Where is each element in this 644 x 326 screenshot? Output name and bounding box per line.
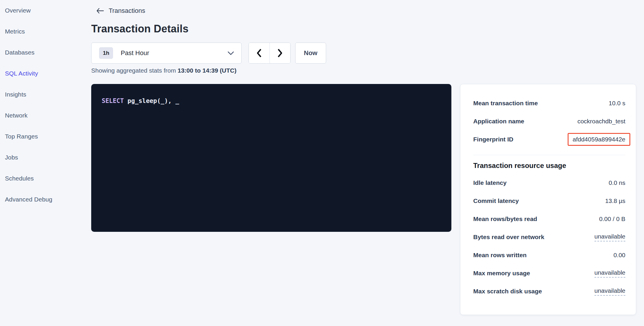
sql-keyword: SELECT xyxy=(102,97,124,104)
stats-line-prefix: Showing aggregated stats from xyxy=(91,67,176,74)
summary-row: Mean transaction time10.0 s xyxy=(473,94,625,112)
next-time-button[interactable] xyxy=(270,43,291,63)
row-label: Max memory usage xyxy=(473,270,530,277)
row-value: unavailable xyxy=(594,269,625,278)
row-label: Bytes read over network xyxy=(473,234,544,241)
time-range-selected-label: Past Hour xyxy=(121,49,149,57)
aggregated-stats-line: Showing aggregated stats from 13:00 to 1… xyxy=(91,67,236,74)
time-step-group xyxy=(249,43,291,64)
transaction-summary-card: Mean transaction time10.0 sApplication n… xyxy=(460,84,636,315)
summary-row: Max memory usageunavailable xyxy=(473,264,625,282)
row-value: 10.0 s xyxy=(609,100,625,107)
sql-code-text: pg_sleep(_), _ xyxy=(128,97,179,104)
stats-line-range: 13:00 to 14:39 (UTC) xyxy=(178,67,237,74)
sidebar-nav: OverviewMetricsDatabasesSQL ActivityInsi… xyxy=(0,0,83,326)
summary-row: Bytes read over networkunavailable xyxy=(473,228,625,246)
row-label: Mean rows/bytes read xyxy=(473,215,537,222)
row-label: Mean rows written xyxy=(473,252,527,259)
row-label: Max scratch disk usage xyxy=(473,288,542,295)
row-label: Mean transaction time xyxy=(473,100,538,107)
summary-row: Mean rows written0.00 xyxy=(473,246,625,264)
page-title: Transaction Details xyxy=(91,23,189,35)
time-controls: 1h Past Hour xyxy=(91,43,326,64)
back-arrow-icon[interactable] xyxy=(96,8,104,14)
chevron-right-icon xyxy=(277,48,283,58)
sql-statement-box: SELECT pg_sleep(_), _ xyxy=(91,84,451,232)
sidebar-item-overview[interactable]: Overview xyxy=(0,0,83,21)
sidebar-item-schedules[interactable]: Schedules xyxy=(0,168,83,189)
sidebar-item-metrics[interactable]: Metrics xyxy=(0,21,83,42)
previous-time-button[interactable] xyxy=(249,43,270,63)
summary-row: Idle latency0.0 ns xyxy=(473,174,625,192)
row-label: Application name xyxy=(473,118,524,125)
info-rows: Mean transaction time10.0 sApplication n… xyxy=(473,94,625,148)
sidebar-item-advanced-debug[interactable]: Advanced Debug xyxy=(0,189,83,210)
sidebar-item-sql-activity[interactable]: SQL Activity xyxy=(0,63,83,84)
summary-row: Commit latency13.8 µs xyxy=(473,192,625,210)
summary-row: Application namecockroachdb_test xyxy=(473,112,625,130)
row-label: Commit latency xyxy=(473,197,519,204)
sidebar-item-network[interactable]: Network xyxy=(0,105,83,126)
sidebar-item-top-ranges[interactable]: Top Ranges xyxy=(0,126,83,147)
summary-row: Max scratch disk usageunavailable xyxy=(473,282,625,300)
duration-badge: 1h xyxy=(99,47,113,59)
time-range-dropdown[interactable]: 1h Past Hour xyxy=(91,43,242,64)
transaction-details-page: OverviewMetricsDatabasesSQL ActivityInsi… xyxy=(0,0,644,326)
now-button[interactable]: Now xyxy=(295,43,326,64)
row-value: 0.00 / 0 B xyxy=(599,215,625,222)
chevron-left-icon xyxy=(256,48,262,58)
row-value: afdd4059a899442e xyxy=(573,136,625,143)
row-value: cockroachdb_test xyxy=(577,118,625,125)
breadcrumb[interactable]: Transactions xyxy=(96,7,145,15)
summary-row: Mean rows/bytes read0.00 / 0 B xyxy=(473,210,625,228)
card-divider xyxy=(473,155,625,155)
row-value: 0.0 ns xyxy=(609,179,625,186)
breadcrumb-label[interactable]: Transactions xyxy=(109,7,145,15)
row-value: 0.00 xyxy=(613,252,625,259)
row-value: 13.8 µs xyxy=(605,197,625,204)
row-value: unavailable xyxy=(594,287,625,296)
sidebar-item-jobs[interactable]: Jobs xyxy=(0,147,83,168)
resource-usage-section-title: Transaction resource usage xyxy=(473,162,625,170)
summary-row: Fingerprint IDafdd4059a899442e xyxy=(473,130,625,148)
row-value: unavailable xyxy=(594,233,625,241)
row-label: Idle latency xyxy=(473,179,506,186)
sidebar-item-databases[interactable]: Databases xyxy=(0,42,83,63)
resource-rows: Idle latency0.0 nsCommit latency13.8 µsM… xyxy=(473,174,625,300)
fingerprint-annotation-box: afdd4059a899442e xyxy=(568,133,630,146)
row-label: Fingerprint ID xyxy=(473,136,513,143)
sidebar-item-insights[interactable]: Insights xyxy=(0,84,83,105)
chevron-down-icon xyxy=(227,51,234,55)
